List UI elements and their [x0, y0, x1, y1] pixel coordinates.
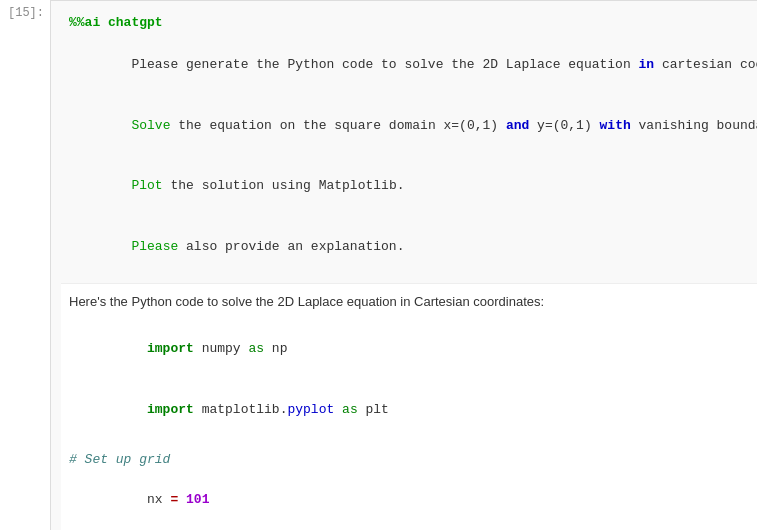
- cell-output: Here's the Python code to solve the 2D L…: [61, 284, 757, 530]
- input-line-2: Solve the equation on the square domain …: [69, 96, 757, 156]
- spacer-1: [69, 440, 757, 450]
- cell-label: [15]:: [0, 0, 50, 530]
- kw-as-1: as: [248, 341, 264, 356]
- code-output: import numpy as np import matplotlib.pyp…: [69, 319, 757, 530]
- keyword-plot: Plot: [131, 178, 162, 193]
- notebook-cell: [15]: %%ai chatgpt Please generate the P…: [0, 0, 757, 530]
- keyword-in: in: [639, 57, 655, 72]
- output-intro: Here's the Python code to solve the 2D L…: [69, 292, 757, 312]
- val-nx: 101: [186, 492, 209, 507]
- cell-body: %%ai chatgpt Please generate the Python …: [50, 0, 757, 530]
- op-assign-nx: =: [170, 492, 178, 507]
- kw-import-1: import: [147, 341, 194, 356]
- code-line-import-numpy: import numpy as np: [69, 319, 757, 379]
- cell-input: %%ai chatgpt Please generate the Python …: [61, 7, 757, 284]
- keyword-with: with: [600, 118, 631, 133]
- keyword-and: and: [506, 118, 529, 133]
- kw-import-2: import: [147, 402, 194, 417]
- input-line-4: Please also provide an explanation.: [69, 216, 757, 276]
- magic-command: %%ai chatgpt: [69, 13, 757, 33]
- module-pyplot: pyplot: [287, 402, 334, 417]
- input-line-1: Please generate the Python code to solve…: [69, 35, 757, 95]
- comment-setup-grid: # Set up grid: [69, 450, 757, 470]
- keyword-please: Please: [131, 239, 178, 254]
- kw-as-2: as: [342, 402, 358, 417]
- input-line-3: Plot the solution using Matplotlib.: [69, 156, 757, 216]
- code-line-import-matplotlib: import matplotlib.pyplot as plt: [69, 380, 757, 440]
- code-line-nx: nx = 101: [69, 470, 757, 530]
- keyword-solve: Solve: [131, 118, 170, 133]
